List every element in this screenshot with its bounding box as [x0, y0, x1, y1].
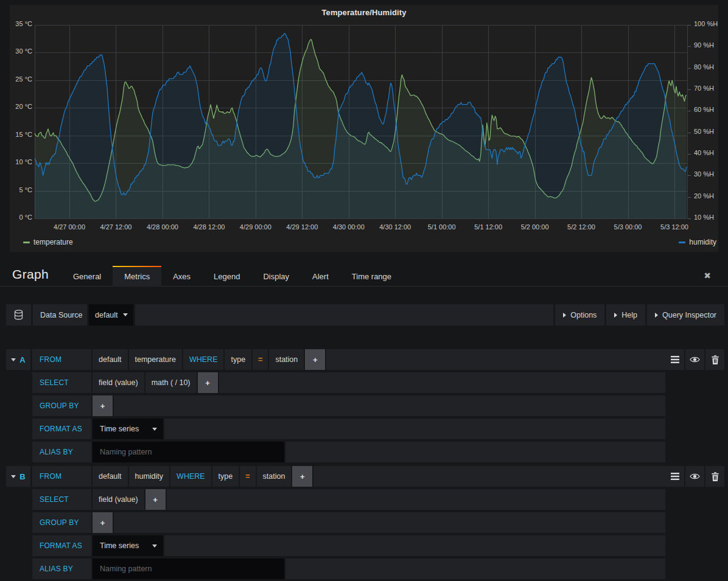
query-inspector-button[interactable]: Query Inspector: [647, 304, 724, 325]
caret-right-icon: [655, 313, 658, 318]
panel-title[interactable]: Temperature/Humidity: [10, 8, 718, 17]
humidity-legend-swatch[interactable]: [679, 242, 685, 243]
query-B-format-select[interactable]: Time series: [93, 535, 163, 556]
y-axis-left-label: 30 °C: [4, 47, 32, 55]
x-axis-label: 5/2 12:00: [560, 223, 603, 231]
query-A-add-from-button[interactable]: +: [305, 349, 325, 370]
query-letter: A: [19, 355, 25, 364]
trash-icon: [712, 355, 719, 364]
tab-general[interactable]: General: [61, 266, 113, 287]
row-filler: [219, 372, 665, 393]
query-A-alias-by-label: ALIAS BY: [32, 442, 91, 462]
help-button-label: Help: [621, 311, 637, 319]
y-axis-right-label: 30 %H: [694, 170, 714, 178]
query-A-row-select: SELECTfield (value)math ( / 10)+: [0, 372, 728, 393]
tab-legend[interactable]: Legend: [202, 266, 251, 287]
menu-icon: [671, 473, 679, 480]
query-A-format-select[interactable]: Time series: [93, 419, 163, 439]
query-A-toggle-visibility-button[interactable]: [685, 349, 704, 370]
query-A-row-alias-by: ALIAS BY: [0, 442, 728, 462]
query-B-part-station[interactable]: station: [257, 466, 292, 487]
query-B-part-humidity[interactable]: humidity: [129, 466, 170, 487]
query-B-add-from-button[interactable]: +: [292, 466, 312, 487]
row-filler: [326, 349, 665, 370]
x-axis-label: 5/1 00:00: [421, 223, 463, 231]
x-axis-label: 5/1 12:00: [467, 223, 509, 231]
tab-metrics[interactable]: Metrics: [113, 266, 161, 287]
query-letter: B: [19, 472, 25, 481]
query-B-delete-button[interactable]: [705, 466, 724, 487]
database-icon: [6, 304, 31, 325]
query-B-toggle-visibility-button[interactable]: [685, 466, 704, 487]
query-B-part-where[interactable]: WHERE: [170, 466, 211, 487]
query-A-part-[interactable]: =: [253, 349, 268, 370]
caret-down-icon: [11, 475, 16, 478]
row-indent: [6, 419, 30, 439]
menu-icon: [671, 356, 679, 363]
tab-time-range[interactable]: Time range: [340, 266, 403, 287]
datasource-row-filler: [135, 304, 553, 325]
query-A-part-default[interactable]: default: [93, 349, 128, 370]
query-A-part-math-10[interactable]: math ( / 10): [145, 372, 197, 393]
options-button[interactable]: Options: [555, 304, 604, 325]
query-A-collapse-toggle[interactable]: A: [6, 349, 30, 370]
tab-axes[interactable]: Axes: [161, 266, 202, 287]
query-A-part-station[interactable]: station: [269, 349, 304, 370]
tabs: GeneralMetricsAxesLegendDisplayAlertTime…: [61, 266, 403, 287]
format-selected-value: Time series: [100, 541, 139, 550]
panel-editor-tabbar: Graph GeneralMetricsAxesLegendDisplayAle…: [0, 266, 728, 287]
y-axis-left-label: 10 °C: [4, 158, 32, 165]
help-button[interactable]: Help: [606, 304, 645, 325]
row-indent: [6, 535, 30, 556]
query-A-format-as-label: FORMAT AS: [32, 419, 91, 439]
query-A-part-temperature[interactable]: temperature: [129, 349, 182, 370]
tab-display[interactable]: Display: [251, 266, 301, 287]
x-axis-label: 4/27 00:00: [48, 223, 91, 231]
query-A-add-select-button[interactable]: +: [198, 372, 218, 393]
query-A-part-field-value[interactable]: field (value): [93, 372, 144, 393]
y-axis-right-label: 10 %H: [694, 214, 714, 221]
query-A-delete-button[interactable]: [705, 349, 724, 370]
query-A-part-type[interactable]: type: [225, 349, 251, 370]
x-axis-label: 5/2 00:00: [514, 223, 556, 231]
y-axis-right-label: 80 %H: [694, 63, 714, 71]
query-B-collapse-toggle[interactable]: B: [6, 466, 30, 487]
caret-down-icon: [11, 358, 16, 361]
tab-alert[interactable]: Alert: [301, 266, 340, 287]
query-B-add-select-button[interactable]: +: [145, 489, 166, 510]
query-B-alias-by-label: ALIAS BY: [32, 558, 91, 579]
query-B-part-default[interactable]: default: [93, 466, 128, 487]
query-A-add-group-by-button[interactable]: +: [93, 395, 113, 416]
graph-panel: Temperature/Humidity 0 °C5 °C10 °C15 °C2…: [10, 5, 718, 252]
legend-item-temperature[interactable]: temperature: [23, 237, 73, 247]
query-B-add-group-by-button[interactable]: +: [93, 512, 113, 533]
x-axis-label: 4/28 12:00: [187, 223, 230, 231]
query-B-row-alias-by: ALIAS BY: [0, 558, 728, 579]
x-axis-label: 4/30 12:00: [374, 223, 416, 231]
query-B-part-[interactable]: =: [240, 466, 255, 487]
eye-icon: [690, 473, 700, 480]
humidity-legend-label[interactable]: humidity: [689, 238, 716, 246]
row-filler: [114, 512, 665, 533]
query-B-part-field-value[interactable]: field (value): [93, 489, 144, 510]
query-B-menu-button[interactable]: [665, 466, 684, 487]
caret-right-icon: [614, 313, 617, 318]
query-A-part-where[interactable]: WHERE: [183, 349, 224, 370]
legend-item-humidity[interactable]: humidity: [679, 237, 716, 247]
datasource-select[interactable]: default: [89, 304, 133, 325]
temperature-legend-swatch[interactable]: [23, 242, 30, 243]
query-B-part-type[interactable]: type: [212, 466, 239, 487]
query-A-menu-button[interactable]: [665, 349, 684, 370]
close-icon[interactable]: ✖: [702, 271, 712, 280]
timeseries-chart: [0, 0, 728, 252]
caret-down-icon: [123, 313, 128, 316]
temperature-legend-label[interactable]: temperature: [33, 238, 73, 246]
query-B-alias-input[interactable]: [93, 558, 284, 579]
query-B-format-as-label: FORMAT AS: [32, 535, 91, 556]
query-A-row-group-by: GROUP BY+: [0, 395, 728, 416]
query-editor: AFROMdefaulttemperatureWHEREtype=station…: [0, 349, 728, 581]
x-axis-label: 5/3 00:00: [607, 223, 649, 231]
x-axis-label: 4/29 00:00: [234, 223, 277, 231]
query-A-alias-input[interactable]: [93, 442, 284, 462]
y-axis-left-label: 0 °C: [4, 214, 32, 221]
